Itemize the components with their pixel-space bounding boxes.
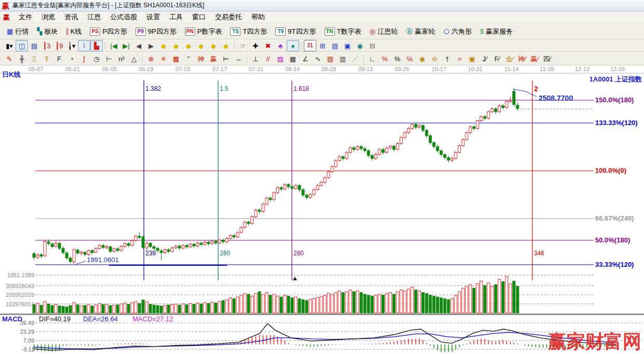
- tool-f-tool-icon[interactable]: F: [53, 53, 65, 64]
- tool-first-bar-icon[interactable]: |◀: [108, 40, 120, 51]
- tool-single-candle-dropdown-icon[interactable]: ╽▾: [65, 40, 78, 51]
- tool-star-burst-icon[interactable]: ✳: [157, 53, 170, 64]
- tool-grid-dark-icon[interactable]: ▥: [337, 53, 349, 64]
- toolbar-button-9p-square[interactable]: P99P四方形: [132, 25, 180, 38]
- tool-h-ruler-icon[interactable]: ⊢: [103, 53, 115, 64]
- tool-save-icon[interactable]: ▣: [341, 40, 354, 51]
- tool-percent-circle-icon[interactable]: ℅: [404, 53, 416, 64]
- tool-gold-rule-a-icon[interactable]: Ξ: [28, 53, 41, 64]
- tool-info-panel-icon[interactable]: ▤: [28, 40, 41, 51]
- tool-grid-red-icon[interactable]: ▤: [324, 53, 337, 64]
- tool-delete-line-icon[interactable]: ✖: [262, 40, 274, 51]
- chart-area[interactable]: 05-0705-2106-0506-1907-0307-1707-3108-14…: [0, 65, 644, 354]
- tool-flag-triangle-icon[interactable]: △: [128, 53, 140, 64]
- tool-gold-box-icon[interactable]: ▣: [466, 53, 478, 64]
- tool-time-circle-icon[interactable]: ◷: [90, 53, 103, 64]
- tool-ruler-123-icon[interactable]: ⊨: [220, 53, 232, 64]
- toolbar-button-hexagon[interactable]: ⬡六角形: [440, 25, 475, 38]
- tool-compress-h-diamond-icon[interactable]: ◆: [195, 40, 207, 51]
- tool-shen-tool-icon[interactable]: 神: [195, 53, 207, 64]
- toolbar-button-p-square[interactable]: PSP四方形: [86, 25, 131, 38]
- tool-expand-h-diamond-icon[interactable]: ◆: [182, 40, 195, 51]
- tool-prev-bar-icon[interactable]: ◀: [132, 40, 145, 51]
- tool-shen-angle-icon[interactable]: 神∕: [516, 53, 528, 64]
- menu-item-tools[interactable]: 工具: [165, 11, 187, 23]
- tool-pattern-mode-icon[interactable]: ⌇: [78, 40, 90, 51]
- tool-si-angle-icon[interactable]: 四∕: [541, 53, 553, 64]
- tool-win-angle-icon[interactable]: 赢∕: [528, 53, 541, 64]
- tool-bars-3-icon[interactable]: ┃3: [41, 40, 53, 51]
- menu-item-help[interactable]: 帮助: [247, 11, 270, 23]
- tool-width-arrows-icon[interactable]: ↔: [232, 53, 245, 64]
- tool-zoom-window-icon[interactable]: ◫: [16, 40, 28, 51]
- toolbar-button-t-number-table[interactable]: TNT数字表: [321, 25, 365, 38]
- tool-calendar-21-icon[interactable]: 21: [304, 40, 316, 51]
- tool-gold-line-icon[interactable]: ⊖: [428, 53, 441, 64]
- toolbar-button-9t-square[interactable]: T99T四方形: [272, 25, 319, 38]
- toolbar-button-gann-wheel[interactable]: ◎江恩轮: [366, 25, 401, 38]
- tool-red-brush-icon[interactable]: ✎: [3, 53, 16, 64]
- tool-web-export-icon[interactable]: ◉: [354, 40, 366, 51]
- tool-art-pen-icon[interactable]: ∫: [78, 53, 90, 64]
- toolbar-button-winner-wheel[interactable]: Ⓑ赢家轮: [403, 25, 439, 38]
- menu-item-trade-order[interactable]: 交易委托: [210, 11, 247, 23]
- tool-slashes-icon[interactable]: ⋰: [349, 53, 361, 64]
- tool-grid-box-icon[interactable]: ▦: [170, 53, 182, 64]
- tool-gold-rule-b-icon[interactable]: Ŧ: [41, 53, 53, 64]
- menu-item-settings[interactable]: 设置: [142, 11, 165, 23]
- toolbar-button-sectors[interactable]: ▚板块: [33, 25, 61, 38]
- tool-shift-right-diamond-icon[interactable]: ◆: [170, 40, 182, 51]
- title-bar[interactable]: 赢 赢家江恩专业版[赢家内部服务平台] - [上证指数 SH1A0001-163…: [0, 0, 644, 11]
- tool-percent-icon[interactable]: %: [391, 53, 404, 64]
- menu-item-news[interactable]: 资讯: [60, 11, 83, 23]
- tool-compass-cross-icon[interactable]: ⊕: [145, 53, 157, 64]
- menu-item-gann[interactable]: 江恩: [83, 11, 105, 23]
- tool-n-squared-icon[interactable]: n²: [115, 53, 128, 64]
- tool-magenta-box-icon[interactable]: ▨: [274, 53, 287, 64]
- tool-j-angle-icon[interactable]: J∕: [478, 53, 491, 64]
- tool-corner-tool-icon[interactable]: ⊥: [249, 53, 262, 64]
- toolbar-button-kline[interactable]: ⫿K线: [62, 25, 85, 38]
- toolbar-button-winner-service[interactable]: $赢家服务: [476, 25, 516, 38]
- toolbar-button-t-square[interactable]: TST四方形: [226, 25, 271, 38]
- tool-fan-lines-icon[interactable]: //: [262, 53, 274, 64]
- tool-win-tool-icon[interactable]: 赢: [207, 53, 220, 64]
- tool-full-view-diamond-icon[interactable]: ◆: [220, 40, 232, 51]
- tool-crosshair-icon[interactable]: ✚: [249, 40, 262, 51]
- macd-dif-line: [34, 324, 615, 350]
- tool-f-angle-icon[interactable]: F∕: [491, 53, 503, 64]
- tool-expand-v-diamond-icon[interactable]: ◆: [207, 40, 220, 51]
- tool-wave-line-icon[interactable]: ∿: [312, 53, 324, 64]
- menu-item-browse[interactable]: 浏览: [37, 11, 60, 23]
- tool-print-icon[interactable]: ⊟: [366, 40, 379, 51]
- tool-shift-left-diamond-icon[interactable]: ◆: [157, 40, 170, 51]
- candle-body: [491, 108, 493, 112]
- tool-gann-tree-icon[interactable]: ♣: [274, 40, 287, 51]
- tool-red-wave-icon[interactable]: ≈: [453, 53, 466, 64]
- tool-calculator-icon[interactable]: ⊞: [316, 40, 329, 51]
- tool-angle-lines-icon[interactable]: ∠: [299, 53, 312, 64]
- tool-kline-style-dropdown-icon[interactable]: ▮▾: [3, 40, 16, 51]
- kline-chart-canvas[interactable]: 05-0705-2106-0506-1907-0307-1707-3108-14…: [0, 65, 644, 354]
- tool-hand-drag-icon[interactable]: ☞: [237, 40, 249, 51]
- menu-item-window[interactable]: 窗口: [187, 11, 210, 23]
- toolbar-button-quotes[interactable]: ▦行情: [3, 25, 32, 38]
- tool-gold-angle-icon[interactable]: 金∕: [503, 53, 516, 64]
- tool-gann-comb-icon[interactable]: ╫: [16, 53, 28, 64]
- tool-next-bar-icon[interactable]: ▶: [145, 40, 157, 51]
- tool-gann-brain-icon[interactable]: ♠: [287, 40, 299, 51]
- tool-report-doc-icon[interactable]: ▤: [329, 40, 341, 51]
- tool-dark-box-icon[interactable]: ▩: [287, 53, 299, 64]
- tool-gold-circle-icon[interactable]: ◉: [416, 53, 428, 64]
- toolbar-button-p-number-table[interactable]: PNP数字表: [181, 25, 226, 38]
- menu-item-formula-stock-pick[interactable]: 公式选股: [105, 11, 142, 23]
- tool-bars-9-icon[interactable]: ┃9: [53, 40, 65, 51]
- tool-scale-tool-icon[interactable]: ∟: [366, 53, 379, 64]
- tool-quote-marks-icon[interactable]: ”: [182, 53, 195, 64]
- tool-measure-pen-icon[interactable]: †: [441, 53, 453, 64]
- tool-percent-red-box-icon[interactable]: %: [379, 53, 391, 64]
- tool-spiral-icon[interactable]: ◔: [65, 53, 78, 64]
- menu-item-file[interactable]: 文件: [14, 11, 37, 23]
- tool-last-bar-icon[interactable]: ▶|: [120, 40, 132, 51]
- tool-color-report-icon[interactable]: ▙: [90, 40, 103, 51]
